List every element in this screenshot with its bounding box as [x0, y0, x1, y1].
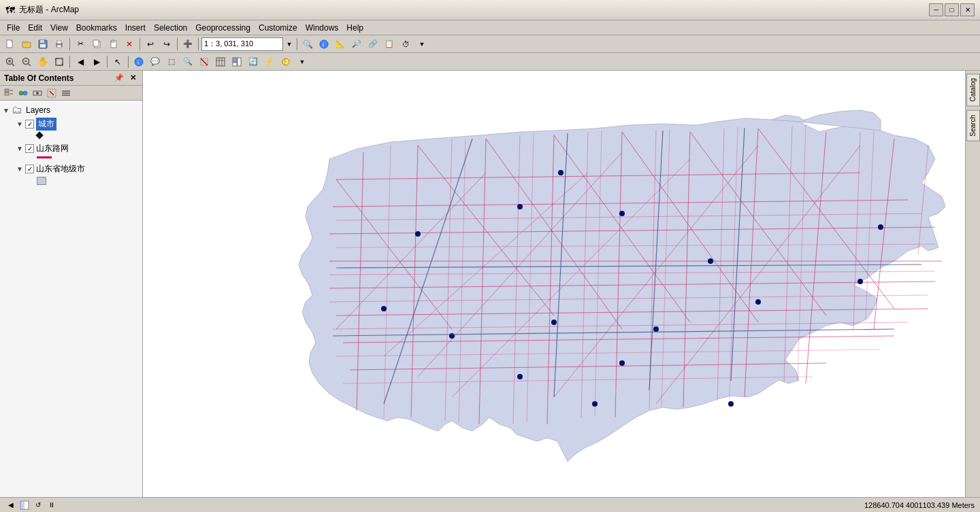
toc-panel: Table Of Contents 📌 ✕ [0, 71, 143, 497]
measure-button[interactable]: 📐 [333, 37, 348, 52]
svg-rect-41 [5, 92, 9, 95]
layer-item-cities[interactable]: ▼ 城市 [1, 117, 141, 131]
close-button[interactable]: ✕ [960, 3, 975, 16]
layers-folder-icon: 🗂 [12, 104, 22, 116]
svg-line-30 [201, 58, 208, 65]
menu-edit[interactable]: Edit [24, 22, 46, 34]
html-popup-button[interactable]: 📋 [382, 37, 397, 52]
menu-windows[interactable]: Windows [301, 22, 343, 34]
toc-title: Table Of Contents [4, 73, 74, 83]
toc-close-button[interactable]: ✕ [128, 73, 138, 82]
more-tools2[interactable]: ▼ [295, 54, 310, 69]
svg-point-110 [708, 258, 713, 264]
open-button[interactable] [19, 37, 34, 52]
toc-pin-button[interactable]: 📌 [112, 73, 126, 82]
cities-legend [1, 133, 141, 138]
separator-8 [128, 56, 129, 68]
status-page-layout[interactable] [19, 500, 30, 511]
svg-text:i: i [137, 59, 139, 66]
redo-button[interactable]: ↪ [159, 37, 174, 52]
expand-icon: ▼ [3, 107, 10, 114]
catalog-tab[interactable]: Catalog [966, 73, 980, 106]
flashlight-button[interactable]: ⚡ [262, 54, 277, 69]
roads-legend [1, 156, 141, 158]
full-extent-button[interactable] [52, 54, 67, 69]
zoom-selected-button[interactable]: 🔍 [180, 54, 195, 69]
toc-list-by-selection[interactable] [46, 87, 58, 99]
svg-rect-40 [5, 89, 9, 92]
status-bar: ◀ ↺ ⏸ 128640.704 4001103.439 Meters [0, 497, 980, 512]
layer-item-districts[interactable]: ▼ 山东省地级市 [1, 163, 141, 175]
maximize-button[interactable]: □ [945, 3, 959, 16]
hyperlink-button[interactable]: 🔗 [365, 37, 380, 52]
zoom-in-button[interactable] [3, 54, 18, 69]
save-button[interactable] [35, 37, 50, 52]
cities-expand: ▼ [16, 120, 23, 128]
separator-6 [69, 56, 70, 68]
identify-button[interactable]: i [316, 37, 331, 52]
svg-point-115 [381, 306, 387, 311]
menu-view[interactable]: View [46, 22, 72, 34]
separator-7 [107, 56, 108, 68]
minimize-button[interactable]: ─ [929, 3, 943, 16]
cut-button[interactable]: ✂ [73, 37, 88, 52]
scale-dropdown[interactable]: ▼ [284, 37, 294, 52]
toc-list-by-source[interactable] [17, 87, 29, 99]
map-tips-button[interactable]: ! [278, 54, 293, 69]
svg-rect-37 [233, 63, 237, 66]
html-popup-tool[interactable]: 💬 [148, 54, 163, 69]
districts-checkbox[interactable] [25, 165, 34, 173]
menu-help[interactable]: Help [342, 22, 368, 34]
rotate-button[interactable]: 🔄 [246, 54, 261, 69]
identify-tool[interactable]: i [131, 54, 146, 69]
new-button[interactable] [3, 37, 18, 52]
svg-point-122 [858, 279, 863, 284]
paste-button[interactable] [105, 37, 120, 52]
pan-button[interactable]: ✋ [35, 54, 50, 69]
view-button[interactable] [229, 54, 244, 69]
select-elements-button[interactable]: ↖ [110, 54, 125, 69]
cities-checkbox[interactable] [25, 120, 34, 129]
toc-content: ▼ 🗂 Layers ▼ 城市 ▼ 山东路网 [0, 101, 142, 497]
separator-5 [297, 38, 297, 50]
menu-customize[interactable]: Customize [255, 22, 301, 34]
roads-expand: ▼ [16, 145, 23, 152]
copy-button[interactable] [89, 37, 104, 52]
scale-input[interactable] [201, 37, 283, 51]
table-button[interactable] [213, 54, 228, 69]
map-area[interactable] [143, 71, 965, 497]
delete-button[interactable]: ✕ [122, 37, 137, 52]
menu-file[interactable]: File [3, 22, 24, 34]
undo-button[interactable]: ↩ [143, 37, 158, 52]
toc-options[interactable] [60, 87, 72, 99]
zoom-out-button[interactable] [19, 54, 34, 69]
menu-geoprocessing[interactable]: Geoprocessing [191, 22, 255, 34]
toc-list-by-drawing-order[interactable] [3, 87, 15, 99]
search-tab[interactable]: Search [966, 110, 980, 141]
back-button[interactable]: ◀ [73, 54, 88, 69]
layer-item-roads[interactable]: ▼ 山东路网 [1, 142, 141, 155]
status-refresh[interactable]: ↺ [33, 500, 44, 511]
svg-line-49 [50, 91, 54, 95]
svg-point-107 [415, 231, 421, 237]
forward-button[interactable]: ▶ [89, 54, 104, 69]
find-button[interactable]: 🔎 [349, 37, 364, 52]
print-button[interactable] [52, 37, 67, 52]
status-page-prev[interactable]: ◀ [5, 500, 16, 511]
status-pause[interactable]: ⏸ [46, 500, 57, 511]
menu-selection[interactable]: Selection [150, 22, 191, 34]
magnifier-button[interactable]: 🔍 [300, 37, 315, 52]
add-data-button[interactable]: ➕ [180, 37, 195, 52]
menu-bar: File Edit View Bookmarks Insert Selectio… [0, 20, 980, 35]
time-button[interactable]: ⏱ [398, 37, 413, 52]
menu-bookmarks[interactable]: Bookmarks [72, 22, 121, 34]
toc-list-by-visibility[interactable] [31, 87, 44, 99]
layers-group-header[interactable]: ▼ 🗂 Layers [1, 103, 141, 117]
svg-point-113 [551, 320, 557, 325]
menu-insert[interactable]: Insert [121, 22, 150, 34]
roads-checkbox[interactable] [25, 144, 34, 153]
more-tools[interactable]: ▼ [414, 37, 429, 52]
clear-selected-button[interactable] [197, 54, 212, 69]
select-box-button[interactable]: ⬚ [164, 54, 179, 69]
svg-point-45 [23, 91, 27, 95]
